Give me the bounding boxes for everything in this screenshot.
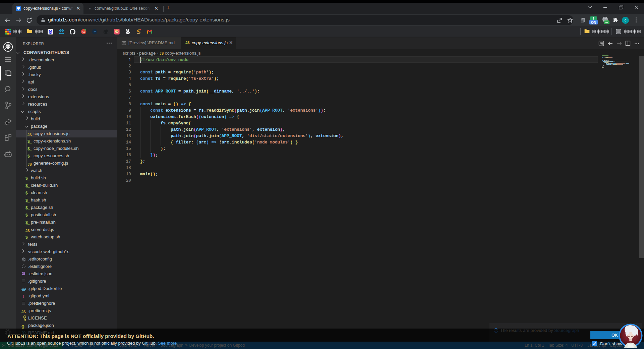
svg-text:du: du bbox=[49, 32, 51, 34]
svg-text:ON: ON bbox=[591, 20, 596, 24]
svg-text:G: G bbox=[82, 30, 85, 34]
